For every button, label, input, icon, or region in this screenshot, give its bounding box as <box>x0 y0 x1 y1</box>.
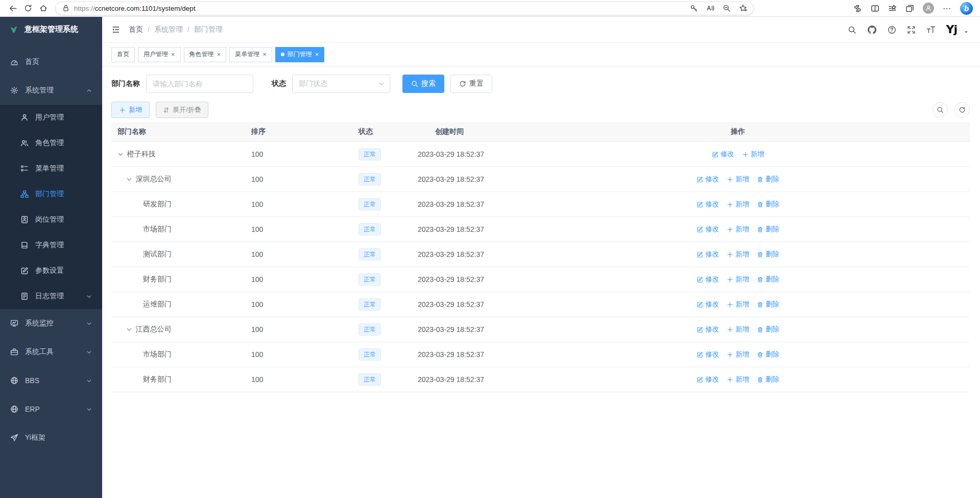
status-select[interactable]: 部门状态 <box>292 75 390 93</box>
collections-icon[interactable] <box>905 4 914 13</box>
modify-link[interactable]: 修改 <box>697 275 719 284</box>
modify-link[interactable]: 修改 <box>697 225 719 234</box>
close-icon[interactable]: × <box>217 51 221 58</box>
add-child-link[interactable]: 新增 <box>727 325 749 334</box>
header-search-icon[interactable] <box>848 26 856 34</box>
copilot-bing-icon[interactable]: b <box>960 2 973 15</box>
add-child-link[interactable]: 新增 <box>727 200 749 209</box>
sidebar-item-system-mgmt[interactable]: 系统管理 <box>0 76 102 105</box>
browser-settings-more-icon[interactable]: ⋯ <box>943 4 951 13</box>
delete-link[interactable]: 删除 <box>757 350 779 359</box>
tab-home[interactable]: 首页 <box>111 47 135 62</box>
expand-collapse-button[interactable]: 展开/折叠 <box>156 102 208 118</box>
sidebar-item-log-mgmt[interactable]: 日志管理 <box>0 283 102 309</box>
sidebar-item-dict-mgmt[interactable]: 字典管理 <box>0 232 102 258</box>
status-badge: 正常 <box>358 373 381 386</box>
extensions-icon[interactable] <box>853 4 862 13</box>
sidebar-item-erp[interactable]: ERP <box>0 395 102 423</box>
delete-link[interactable]: 删除 <box>757 300 779 309</box>
github-icon[interactable] <box>867 25 877 35</box>
delete-link[interactable]: 删除 <box>757 200 779 209</box>
chevron-down-icon <box>378 81 385 87</box>
add-dept-button[interactable]: 新增 <box>111 102 150 118</box>
close-icon[interactable]: × <box>171 51 175 58</box>
delete-link[interactable]: 删除 <box>757 275 779 284</box>
fullscreen-icon[interactable] <box>907 26 916 34</box>
add-child-link[interactable]: 新增 <box>727 375 749 384</box>
delete-link[interactable]: 删除 <box>757 225 779 234</box>
modify-link[interactable]: 修改 <box>697 175 719 184</box>
tab-dept-mgmt[interactable]: 部门管理 × <box>275 47 325 62</box>
expand-chevron-icon[interactable] <box>126 326 132 333</box>
trash-icon <box>757 301 763 308</box>
add-child-link[interactable]: 新增 <box>727 350 749 359</box>
sidebar-item-post-mgmt[interactable]: 岗位管理 <box>0 207 102 232</box>
browser-toolbar-icons: ⋯ b <box>754 2 975 15</box>
favorite-star-icon[interactable] <box>739 4 747 12</box>
split-screen-icon[interactable] <box>871 4 879 13</box>
breadcrumb-home[interactable]: 首页 <box>129 25 143 34</box>
tab-menu-mgmt[interactable]: 菜单管理 × <box>229 47 272 62</box>
sidebar-item-home[interactable]: 首页 <box>0 48 102 76</box>
close-icon[interactable]: × <box>315 51 319 58</box>
search-button[interactable]: 搜索 <box>402 75 444 93</box>
tab-role-mgmt[interactable]: 角色管理 × <box>184 47 227 62</box>
sidebar-item-system-monitor[interactable]: 系统监控 <box>0 309 102 338</box>
modify-link[interactable]: 修改 <box>697 375 719 384</box>
add-child-link[interactable]: 新增 <box>742 150 764 159</box>
modify-link[interactable]: 修改 <box>697 350 719 359</box>
browser-home-icon[interactable] <box>36 2 51 15</box>
reset-button[interactable]: 重置 <box>450 75 492 93</box>
delete-link[interactable]: 删除 <box>757 250 779 259</box>
modify-link[interactable]: 修改 <box>712 150 734 159</box>
sidebar-item-param-settings[interactable]: 参数设置 <box>0 258 102 283</box>
dept-name-input[interactable] <box>146 75 253 93</box>
browser-refresh-icon[interactable] <box>20 2 36 15</box>
sidebar-item-menu-mgmt[interactable]: 菜单管理 <box>0 156 102 181</box>
add-child-link[interactable]: 新增 <box>727 300 749 309</box>
trash-icon <box>757 351 763 358</box>
dept-name: 市场部门 <box>143 225 172 234</box>
read-aloud-icon[interactable] <box>706 4 714 12</box>
sidebar-item-bbs[interactable]: BBS <box>0 366 102 395</box>
sidebar-item-role-mgmt[interactable]: 角色管理 <box>0 130 102 156</box>
delete-link[interactable]: 删除 <box>757 375 779 384</box>
address-bar[interactable]: https://ccnetcore.com:1101/system/dept <box>55 2 754 15</box>
close-icon[interactable]: × <box>262 51 267 58</box>
add-child-link[interactable]: 新增 <box>727 275 749 284</box>
sidebar-item-dept-mgmt[interactable]: 部门管理 <box>0 181 102 207</box>
expand-chevron-icon[interactable] <box>117 151 124 157</box>
zoom-out-icon[interactable] <box>723 4 731 12</box>
sidebar-item-user-mgmt[interactable]: 用户管理 <box>0 105 102 130</box>
password-key-icon[interactable] <box>690 4 698 12</box>
refresh-table-button[interactable] <box>954 102 970 117</box>
add-child-link[interactable]: 新增 <box>727 225 749 234</box>
browser-profile-avatar[interactable] <box>923 3 934 14</box>
sidebar-item-yi-framework[interactable]: Yi框架 <box>0 423 102 452</box>
col-actions: 操作 <box>659 127 817 136</box>
tab-user-mgmt[interactable]: 用户管理 × <box>138 47 181 62</box>
menu-fold-icon[interactable] <box>111 25 121 34</box>
add-child-link[interactable]: 新增 <box>727 175 749 184</box>
modify-link[interactable]: 修改 <box>697 250 719 259</box>
screen: https://ccnetcore.com:1101/system/dept ⋯… <box>0 0 980 498</box>
modify-link[interactable]: 修改 <box>697 325 719 334</box>
modify-link[interactable]: 修改 <box>697 300 719 309</box>
sidebar-item-system-tools[interactable]: 系统工具 <box>0 338 102 366</box>
show-search-button[interactable] <box>933 102 948 117</box>
dept-order: 100 <box>245 325 352 334</box>
delete-link[interactable]: 删除 <box>757 175 779 184</box>
browser-back-icon[interactable] <box>5 2 20 15</box>
user-avatar-logo[interactable]: Yj <box>946 24 957 35</box>
font-size-icon[interactable] <box>926 25 936 34</box>
edit-icon <box>697 376 703 383</box>
favorites-bar-icon[interactable] <box>888 4 897 13</box>
avatar-caret-down-icon[interactable] <box>964 30 969 35</box>
delete-link[interactable]: 删除 <box>757 325 779 334</box>
add-child-link[interactable]: 新增 <box>727 250 749 259</box>
expand-chevron-icon[interactable] <box>126 176 132 182</box>
modify-link[interactable]: 修改 <box>697 200 719 209</box>
main-area: 首页 / 系统管理 / 部门管理 Yj 首页 <box>102 17 980 498</box>
help-icon[interactable] <box>888 26 896 34</box>
url-text[interactable]: https://ccnetcore.com:1101/system/dept <box>74 5 686 12</box>
